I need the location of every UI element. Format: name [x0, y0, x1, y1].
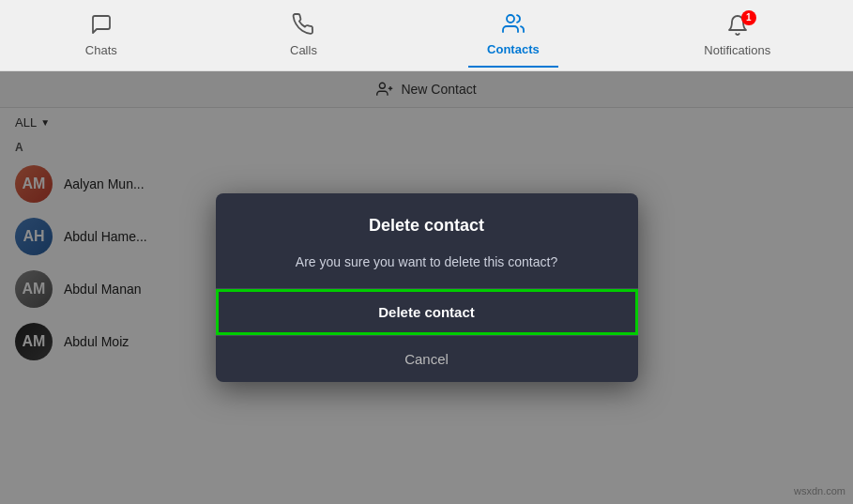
cancel-button[interactable]: Cancel — [216, 336, 638, 382]
contacts-icon — [502, 12, 525, 38]
contacts-label: Contacts — [487, 42, 540, 56]
dialog-title: Delete contact — [216, 193, 638, 251]
delete-contact-dialog: Delete contact Are you sure you want to … — [216, 193, 638, 382]
main-content: New Contact ALL ▼ A AM Aalyan Mun... AH … — [0, 71, 853, 504]
nav-chats[interactable]: Chats — [64, 4, 139, 67]
nav-calls[interactable]: Calls — [266, 4, 341, 67]
calls-icon — [292, 13, 314, 39]
chats-label: Chats — [85, 43, 117, 57]
nav-notifications[interactable]: 1 Notifications — [685, 5, 789, 67]
notifications-badge-wrapper: 1 — [726, 14, 749, 39]
nav-contacts[interactable]: Contacts — [468, 3, 558, 68]
dialog-message: Are you sure you want to delete this con… — [216, 251, 638, 288]
notifications-badge: 1 — [741, 10, 756, 25]
calls-label: Calls — [290, 43, 317, 57]
notifications-label: Notifications — [704, 43, 770, 57]
modal-overlay[interactable]: Delete contact Are you sure you want to … — [0, 71, 853, 504]
chats-icon — [90, 13, 113, 39]
svg-point-0 — [507, 15, 514, 23]
delete-contact-button[interactable]: Delete contact — [216, 289, 638, 335]
top-navigation: Chats Calls Contacts 1 Notifi — [0, 0, 853, 71]
